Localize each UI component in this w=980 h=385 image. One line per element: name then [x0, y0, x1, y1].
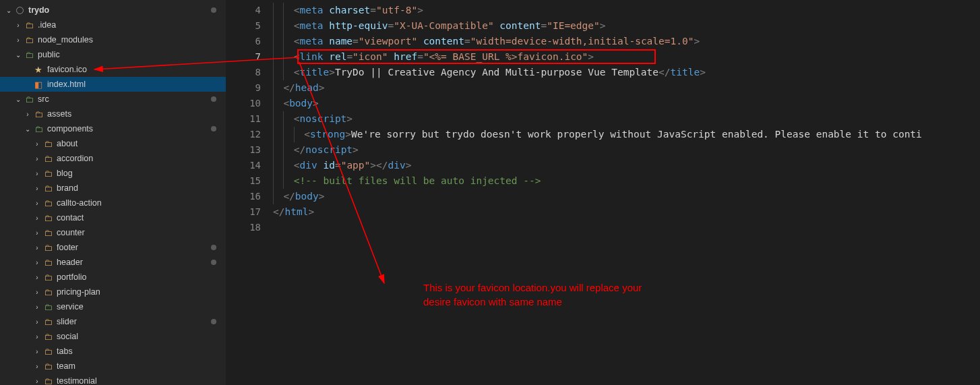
code-line-8[interactable]: <title>TryDo || Creative Agency And Mult…	[273, 65, 980, 80]
code-line-5[interactable]: <meta http-equiv="X-UA-Compatible" conte…	[273, 18, 980, 34]
tree-label: index.html	[47, 80, 86, 89]
chevron-icon[interactable]: ⌄	[4, 7, 13, 14]
editor[interactable]: 456789101112131415161718 <meta charset="…	[226, 0, 980, 385]
tree-row-callto-action[interactable]: ›🗀callto-action	[0, 196, 226, 210]
chevron-icon[interactable]: ›	[13, 36, 23, 44]
tree-label: testimonial	[57, 376, 97, 385]
line-number: 6	[226, 34, 273, 49]
chevron-icon[interactable]: ›	[32, 244, 42, 251]
chevron-icon[interactable]: ›	[13, 22, 23, 29]
tree-row-slider[interactable]: ›🗀slider	[0, 314, 226, 329]
tree-row-assets[interactable]: ›🗀assets	[0, 107, 226, 121]
tree-row-pricing-plan[interactable]: ›🗀pricing-plan	[0, 285, 226, 299]
line-number: 14	[226, 158, 273, 173]
chevron-icon[interactable]: ›	[32, 259, 42, 266]
chevron-icon[interactable]: ⌄	[13, 51, 23, 59]
tree-row-components[interactable]: ⌄🗀components	[0, 121, 226, 136]
chevron-icon[interactable]: ›	[32, 333, 42, 340]
tree-label: footer	[57, 243, 78, 252]
tree-label: callto-action	[57, 198, 102, 208]
tree-label: counter	[57, 228, 85, 237]
code-line-15[interactable]: <!-- built files will be auto injected -…	[273, 173, 980, 189]
code-line-9[interactable]: </head>	[273, 80, 980, 96]
chevron-icon[interactable]: ›	[32, 140, 42, 148]
code-line-13[interactable]: </noscript>	[273, 142, 980, 158]
tree-row-accordion[interactable]: ›🗀accordion	[0, 151, 226, 166]
tree-row-brand[interactable]: ›🗀brand	[0, 181, 226, 196]
chevron-icon[interactable]: ›	[23, 111, 32, 118]
code-line-11[interactable]: <noscript>	[273, 111, 980, 127]
tree-row-contact[interactable]: ›🗀contact	[0, 210, 226, 225]
tree-row-src[interactable]: ⌄🗀src	[0, 92, 226, 107]
code-line-12[interactable]: <strong>We're sorry but trydo doesn't wo…	[273, 127, 980, 142]
code-line-10[interactable]: <body>	[273, 96, 980, 111]
file-explorer[interactable]: ⌄trydo›🗀.idea›🗀node_modules⌄🗀public★favi…	[0, 0, 226, 385]
line-number: 12	[226, 127, 273, 142]
tree-row-service[interactable]: ›🗀service	[0, 299, 226, 314]
tree-label: assets	[47, 109, 71, 119]
line-number: 13	[226, 142, 273, 158]
chevron-icon[interactable]: ›	[32, 155, 42, 162]
code-line-7[interactable]: <link rel="icon" href="<%= BASE_URL %>fa…	[273, 49, 980, 65]
chevron-icon[interactable]: ›	[32, 229, 42, 237]
line-number: 18	[226, 220, 273, 235]
code-line-4[interactable]: <meta charset="utf-8">	[273, 3, 980, 18]
tree-label: team	[57, 361, 75, 371]
tree-label: blog	[57, 169, 73, 178]
chevron-icon[interactable]: ›	[32, 318, 42, 326]
code-line-16[interactable]: </body>	[273, 189, 980, 204]
tree-row-testimonial[interactable]: ›🗀testimonial	[0, 374, 226, 385]
chevron-icon[interactable]: ›	[32, 185, 42, 192]
tree-label: service	[57, 302, 84, 312]
line-number: 9	[226, 80, 273, 96]
tree-label: about	[57, 139, 78, 148]
chevron-icon[interactable]: ›	[32, 348, 42, 355]
tree-label: slider	[57, 317, 77, 326]
chevron-icon[interactable]: ›	[32, 378, 42, 385]
tree-row-about[interactable]: ›🗀about	[0, 136, 226, 151]
chevron-icon[interactable]: ›	[32, 303, 42, 311]
tree-row-portfolio[interactable]: ›🗀portfolio	[0, 270, 226, 285]
tree-row-public[interactable]: ⌄🗀public	[0, 47, 226, 62]
tree-row-counter[interactable]: ›🗀counter	[0, 225, 226, 240]
tree-label: accordion	[57, 154, 93, 163]
tree-label: tabs	[57, 347, 73, 356]
code-line-18[interactable]	[273, 220, 980, 235]
tree-row-social[interactable]: ›🗀social	[0, 329, 226, 344]
tree-row-blog[interactable]: ›🗀blog	[0, 166, 226, 181]
chevron-icon[interactable]: ›	[32, 363, 42, 370]
code-line-17[interactable]: </html>	[273, 204, 980, 220]
tree-row-favicon-ico[interactable]: ★favicon.ico	[0, 62, 226, 77]
tree-label: pricing-plan	[57, 287, 100, 297]
tree-label: node_modules	[38, 35, 93, 45]
tree-label: header	[57, 258, 83, 267]
chevron-icon[interactable]: ⌄	[23, 125, 32, 133]
chevron-icon[interactable]: ›	[32, 274, 42, 281]
chevron-icon[interactable]: ⌄	[13, 96, 23, 103]
tree-row-trydo[interactable]: ⌄trydo	[0, 3, 226, 18]
tree-row-team[interactable]: ›🗀team	[0, 359, 226, 374]
tree-row-footer[interactable]: ›🗀footer	[0, 240, 226, 255]
code-line-14[interactable]: <div id="app"></div>	[273, 158, 980, 173]
chevron-icon[interactable]: ›	[32, 214, 42, 222]
line-gutter: 456789101112131415161718	[226, 0, 273, 385]
chevron-icon[interactable]: ›	[32, 289, 42, 296]
tree-row-node-modules[interactable]: ›🗀node_modules	[0, 32, 226, 47]
tree-row-index-html[interactable]: ◧index.html	[0, 77, 226, 92]
line-number: 5	[226, 18, 273, 34]
dirty-indicator	[211, 260, 216, 265]
tree-label: .idea	[38, 20, 56, 30]
code-line-6[interactable]: <meta name="viewport" content="width=dev…	[273, 34, 980, 49]
tree-row-header[interactable]: ›🗀header	[0, 255, 226, 270]
line-number: 10	[226, 96, 273, 111]
chevron-icon[interactable]: ›	[32, 200, 42, 207]
chevron-icon[interactable]: ›	[32, 170, 42, 177]
line-number: 15	[226, 173, 273, 189]
tree-row-tabs[interactable]: ›🗀tabs	[0, 344, 226, 359]
tree-label: trydo	[28, 5, 49, 15]
code-area[interactable]: <meta charset="utf-8"> <meta http-equiv=…	[273, 0, 980, 385]
line-number: 11	[226, 111, 273, 127]
tree-row--idea[interactable]: ›🗀.idea	[0, 18, 226, 32]
dirty-indicator	[211, 96, 216, 102]
dirty-indicator	[211, 245, 216, 250]
